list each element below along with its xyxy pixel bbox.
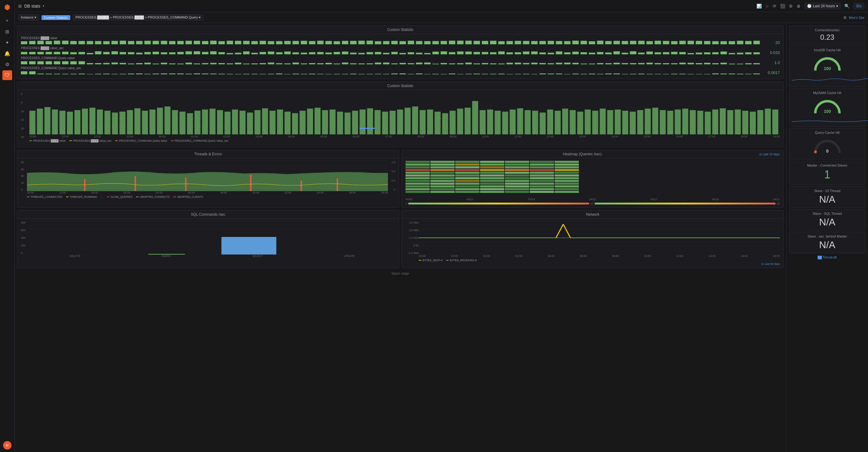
svg-rect-402 [285,112,291,134]
spark-row-3: PROCESSES_COMMAND.Query value 1.0 [21,56,780,65]
svg-rect-508 [405,172,430,174]
time-selector[interactable]: 🕐 Last 24 hours ▾ [804,3,841,9]
threads-yaxis-left: 0 20 40 60 80 [21,161,27,191]
svg-rect-569 [148,254,185,255]
svg-rect-210 [260,63,266,64]
bytes-received-dot [446,260,448,261]
snapshot-icon[interactable]: ⬛ [780,4,785,8]
threads-svg [27,161,388,191]
myisam-gauge-text: 100 [824,109,831,114]
yaxis-0: 0 [21,92,28,95]
settings-icon[interactable]: ⚙ [789,4,793,8]
svg-rect-496 [455,166,479,168]
svg-rect-74 [622,41,628,44]
threads-xaxis: 20:00 22:00 00:00 02:00 04:00 06:00 08:0… [27,191,388,194]
svg-rect-268 [737,64,743,64]
svg-rect-27 [235,41,241,44]
svg-rect-18 [161,41,167,44]
instance-dropdown[interactable]: Instance ▾ [18,14,39,21]
svg-rect-285 [136,74,143,74]
svg-rect-186 [62,61,68,64]
xaxis-1300: 13:00 [579,135,586,138]
sidebar-item-shield[interactable]: 🛡 [2,70,12,80]
legend-item-3: PROCESSES_COMMAND.Query value [115,139,167,142]
tv-icon[interactable]: 🖥 [797,4,801,8]
svg-rect-419 [412,107,418,134]
svg-rect-440 [570,110,576,134]
threads-legend-aborted-clients: ABORTED_CLIENTS [173,195,203,198]
svg-rect-142 [441,51,447,54]
chart-icon[interactable]: 📊 [756,4,762,8]
svg-rect-161 [597,52,603,54]
svg-rect-87 [728,41,735,44]
area-chart-yaxis: 25 20 15 10 5 0 [21,92,28,139]
svg-rect-202 [194,63,200,64]
heatmap-rows [405,161,579,193]
svg-rect-151 [515,52,521,54]
svg-rect-211 [268,62,274,64]
svg-rect-348 [655,74,661,74]
site-link[interactable]: Meo's Site [849,16,864,20]
svg-rect-67 [564,41,570,44]
heatmap-legend-mid: 10 [590,202,593,205]
zoom-icon[interactable]: 🔍 [844,4,849,8]
svg-rect-23 [202,41,208,44]
sidebar-item-add[interactable]: + [2,16,12,26]
footer-link[interactable]: ██ Tomcat-db [789,256,866,259]
svg-rect-324 [457,74,463,74]
threads-panel: Threads & Errors 0 20 40 60 80 [17,150,399,208]
sidebar-item-settings[interactable]: ⚙ [2,59,12,69]
xaxis-2000: 20:00 [29,135,36,138]
svg-rect-504 [480,169,504,171]
threads-legend: THREADS_CONNECTED THREADS_RUNNING SLOW_Q… [27,195,395,198]
svg-rect-127 [317,52,324,54]
svg-rect-447 [622,111,628,134]
svg-rect-53 [449,41,455,44]
sidebar-item-avatar[interactable]: M [3,441,11,450]
svg-rect-223 [367,63,373,64]
svg-rect-99 [87,53,93,54]
spark-value-3: 1.0 [762,60,780,65]
svg-rect-438 [555,111,561,134]
svg-rect-302 [276,74,282,74]
svg-rect-176 [720,52,727,54]
svg-rect-492 [530,164,554,166]
aborted-clients-dot [173,197,176,197]
spark-bar-container-1: 20 [21,40,780,45]
svg-rect-7 [70,41,77,44]
svg-rect-160 [589,53,595,54]
myisam-gauge-svg: 100 [812,97,842,116]
svg-rect-257 [647,63,653,64]
share-icon[interactable]: ⟳ [773,4,776,8]
svg-rect-102 [112,51,118,54]
svg-rect-305 [301,74,307,74]
yaxis-25: 25 [21,136,28,139]
svg-rect-276 [62,74,68,74]
svg-rect-352 [688,74,694,74]
query-path-selector[interactable]: PROCESSES.█████ + PROCESSES.████ + PROCE… [73,14,204,21]
threads-panel-body: 0 20 40 60 80 [17,158,399,201]
grid-view-icon[interactable]: ⊞ [843,16,846,20]
svg-rect-277 [70,74,77,74]
svg-rect-354 [704,74,710,74]
topnav-left: ⊞ DB stats ▾ [18,4,754,8]
nav-dropdown-arrow[interactable]: ▾ [43,4,44,7]
refresh-button[interactable]: 30s [853,3,864,9]
svg-marker-0 [5,4,10,10]
xaxis-1100: 11:00 [514,135,521,138]
sidebar-item-explore[interactable]: ✦ [2,38,12,47]
svg-rect-322 [441,74,447,74]
svg-rect-370 [44,107,51,134]
nav-grid-icon[interactable]: ⊞ [18,4,22,8]
sidebar-item-dashboards[interactable]: ⊞ [2,27,12,36]
innodb-title: InnoDB Cache Hit [792,48,863,52]
spark-bars-4 [21,71,762,74]
star-icon[interactable]: ☆ [765,4,769,8]
app-logo[interactable] [2,2,12,12]
sql-delete: DELETE [70,255,81,258]
sidebar-item-alerts[interactable]: 🔔 [2,49,12,58]
xaxis-0400: 04:00 [288,135,295,138]
svg-rect-10 [95,41,101,44]
svg-rect-525 [480,177,504,179]
xaxis-0000: 00:00 [159,135,166,138]
